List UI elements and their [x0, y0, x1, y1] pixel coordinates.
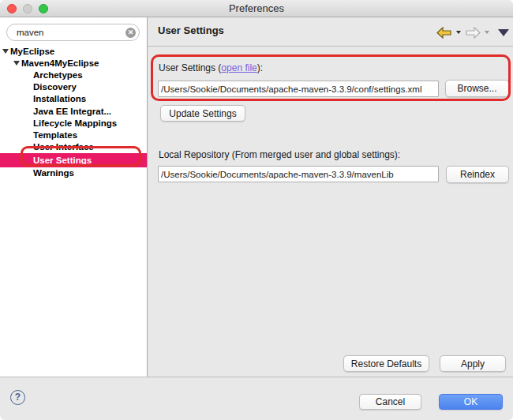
tree-item-myeclipse[interactable]: MyEclipse	[0, 45, 147, 57]
local-repository-label: Local Repository (From merged user and g…	[159, 149, 400, 160]
ok-button[interactable]: OK	[439, 394, 503, 410]
forward-history-caret-icon[interactable]	[485, 31, 489, 34]
filter-search-input[interactable]	[6, 24, 140, 41]
sidebar-divider[interactable]	[147, 17, 148, 377]
page-title: User Settings	[158, 24, 224, 36]
reindex-button[interactable]: Reindex	[446, 166, 509, 183]
local-repository-path-input[interactable]	[158, 166, 439, 182]
tree-item-maven4myeclipse[interactable]: Maven4MyEclipse	[0, 57, 147, 69]
back-arrow-icon[interactable]	[436, 27, 452, 39]
user-settings-label: User Settings (open file):	[159, 62, 263, 73]
tree-item-label: User Settings	[33, 156, 92, 165]
tree-expander-icon[interactable]	[2, 49, 9, 54]
view-menu-icon[interactable]	[498, 29, 509, 36]
tree-item-discovery[interactable]: Discovery	[0, 81, 147, 93]
tree-item-label: Installations	[33, 94, 86, 103]
tree-item-archetypes[interactable]: Archetypes	[0, 69, 147, 81]
preferences-tree: MyEclipse Maven4MyEclipse Archetypes Dis…	[0, 45, 147, 179]
tree-item-templates[interactable]: Templates	[0, 129, 147, 141]
update-settings-button[interactable]: Update Settings	[160, 105, 245, 122]
tree-item-label: Archetypes	[33, 70, 83, 80]
apply-button[interactable]: Apply	[440, 355, 506, 372]
title-bar: Preferences	[0, 0, 513, 17]
header-divider	[148, 46, 513, 47]
footer-divider	[0, 377, 513, 377]
browse-button[interactable]: Browse...	[445, 80, 509, 97]
restore-defaults-button[interactable]: Restore Defaults	[343, 355, 429, 372]
tree-item-lifecycle-mappings[interactable]: Lifecycle Mappings	[0, 117, 147, 129]
tree-item-installations[interactable]: Installations	[0, 93, 147, 105]
tree-item-java-ee-integration[interactable]: Java EE Integrat...	[0, 105, 147, 117]
tree-expander-icon[interactable]	[13, 61, 20, 66]
forward-arrow-icon[interactable]	[465, 27, 481, 39]
user-settings-label-suffix: ):	[257, 62, 263, 73]
tree-item-label: Discovery	[33, 82, 77, 92]
tree-item-label: Lifecycle Mappings	[33, 118, 117, 128]
tree-item-label: MyEclipse	[10, 47, 54, 56]
tree-item-label: Java EE Integrat...	[33, 107, 111, 116]
user-settings-path-input[interactable]	[158, 81, 439, 97]
help-icon[interactable]: ?	[10, 390, 25, 405]
open-file-link[interactable]: open file	[221, 62, 256, 73]
user-settings-label-prefix: User Settings (	[159, 62, 221, 73]
window-title: Preferences	[0, 0, 513, 17]
tree-item-warnings[interactable]: Warnings	[0, 167, 147, 179]
preferences-window: Preferences ✕ MyEclipse Maven4MyEclipse …	[0, 0, 513, 420]
cancel-button[interactable]: Cancel	[359, 394, 421, 410]
tree-item-label: Warnings	[33, 168, 74, 178]
tree-item-user-interface[interactable]: User Interface	[0, 141, 147, 153]
back-history-caret-icon[interactable]	[456, 31, 461, 34]
tree-item-user-settings[interactable]: User Settings	[0, 153, 147, 167]
header-nav-icons	[436, 26, 509, 39]
tree-item-label: Templates	[33, 130, 77, 140]
clear-search-icon[interactable]: ✕	[125, 28, 136, 38]
tree-item-label: User Interface	[33, 142, 94, 152]
tree-item-label: Maven4MyEclipse	[21, 58, 99, 68]
